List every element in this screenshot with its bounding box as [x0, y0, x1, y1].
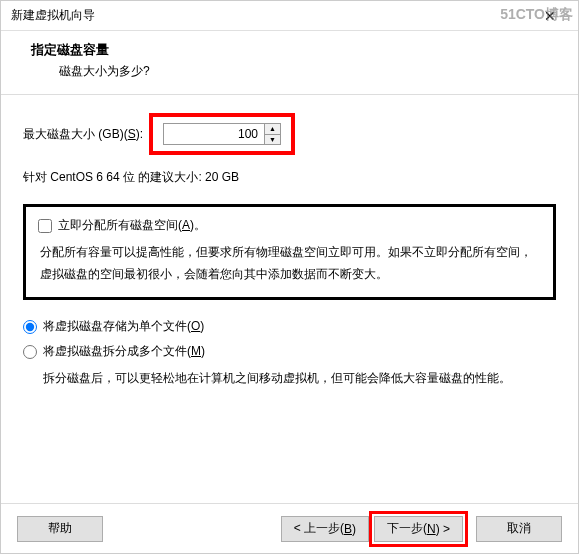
disk-size-spinner[interactable]: ▲ ▼: [163, 123, 281, 145]
help-button[interactable]: 帮助: [17, 516, 103, 542]
page-subtitle: 磁盘大小为多少?: [31, 63, 558, 80]
store-split-radio[interactable]: [23, 345, 37, 359]
store-single-label: 将虚拟磁盘存储为单个文件(O): [43, 318, 204, 335]
page-title: 指定磁盘容量: [31, 41, 558, 59]
allocate-now-checkbox-row[interactable]: 立即分配所有磁盘空间(A)。: [38, 217, 541, 234]
disk-size-label: 最大磁盘大小 (GB)(S):: [23, 126, 143, 143]
recommended-size-text: 针对 CentOS 6 64 位 的建议大小: 20 GB: [23, 169, 556, 186]
back-button[interactable]: < 上一步(B): [281, 516, 369, 542]
spinner-up-icon[interactable]: ▲: [265, 124, 280, 135]
window-title: 新建虚拟机向导: [11, 7, 95, 24]
spinner-buttons: ▲ ▼: [264, 124, 280, 144]
next-button-highlight: 下一步(N) >: [369, 511, 468, 547]
allocate-now-checkbox[interactable]: [38, 219, 52, 233]
titlebar: 新建虚拟机向导 ✕: [1, 1, 578, 31]
disk-size-row: 最大磁盘大小 (GB)(S): ▲ ▼: [23, 113, 556, 155]
close-button[interactable]: ✕: [530, 2, 570, 30]
allocate-now-description: 分配所有容量可以提高性能，但要求所有物理磁盘空间立即可用。如果不立即分配所有空间…: [38, 242, 541, 285]
spinner-down-icon[interactable]: ▼: [265, 135, 280, 145]
disk-size-input[interactable]: [164, 124, 264, 144]
wizard-header: 指定磁盘容量 磁盘大小为多少?: [1, 31, 578, 95]
close-icon: ✕: [544, 8, 556, 24]
allocate-now-group: 立即分配所有磁盘空间(A)。 分配所有容量可以提高性能，但要求所有物理磁盘空间立…: [23, 204, 556, 300]
next-button[interactable]: 下一步(N) >: [374, 516, 463, 542]
disk-size-highlight: ▲ ▼: [149, 113, 295, 155]
wizard-footer: 帮助 < 上一步(B) 下一步(N) > 取消: [1, 503, 578, 553]
wizard-content: 最大磁盘大小 (GB)(S): ▲ ▼ 针对 CentOS 6 64 位 的建议…: [1, 95, 578, 503]
wizard-dialog: 51CTO博客 新建虚拟机向导 ✕ 指定磁盘容量 磁盘大小为多少? 最大磁盘大小…: [0, 0, 579, 554]
store-split-radio-row[interactable]: 将虚拟磁盘拆分成多个文件(M): [23, 343, 556, 360]
store-single-radio-row[interactable]: 将虚拟磁盘存储为单个文件(O): [23, 318, 556, 335]
allocate-now-label: 立即分配所有磁盘空间(A)。: [58, 217, 206, 234]
store-split-label: 将虚拟磁盘拆分成多个文件(M): [43, 343, 205, 360]
store-single-radio[interactable]: [23, 320, 37, 334]
store-split-description: 拆分磁盘后，可以更轻松地在计算机之间移动虚拟机，但可能会降低大容量磁盘的性能。: [23, 368, 556, 390]
cancel-button[interactable]: 取消: [476, 516, 562, 542]
